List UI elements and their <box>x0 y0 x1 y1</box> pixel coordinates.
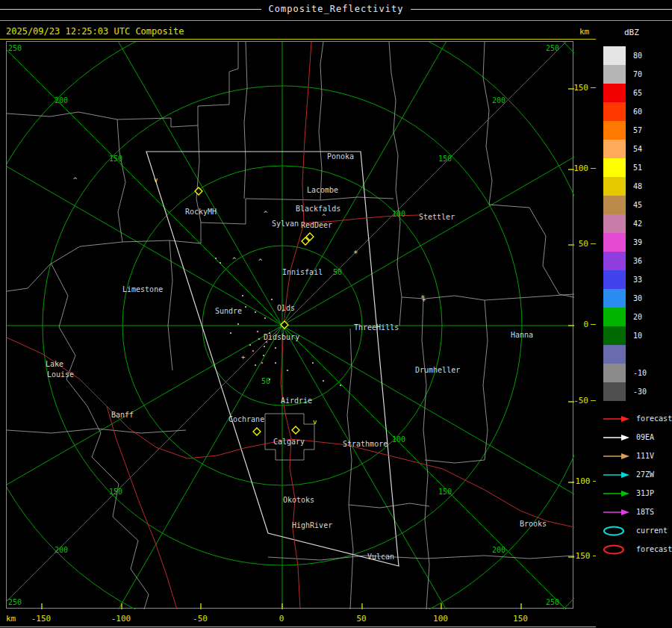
radial-line <box>7 42 282 326</box>
axis-value: -150 <box>570 551 591 561</box>
legend-arrow-icon <box>602 488 630 500</box>
legend-item: 111V <box>602 447 672 465</box>
bottom-axis-tick-label: 0 <box>265 614 298 624</box>
county-boundary-line <box>489 205 574 297</box>
right-axis-tick-label: 100 <box>570 164 596 173</box>
ring-distance-label: 250 <box>546 44 559 52</box>
echo-dot <box>263 355 264 356</box>
colorbar-row <box>603 345 647 364</box>
echo-dot <box>215 258 217 259</box>
colorbar-value: 51 <box>633 164 642 172</box>
axis-unit-top: km <box>579 27 589 37</box>
legend-label: forecast <box>636 414 672 423</box>
echo-dot <box>340 385 341 386</box>
city-label: Lake <box>46 360 63 368</box>
legend-ellipse-icon <box>602 525 630 537</box>
radar-map: 2502001502502001501502002501502002505050… <box>7 42 574 609</box>
colorbar-swatch <box>603 270 626 289</box>
echo-dot <box>249 344 251 346</box>
ring-distance-label: 100 <box>392 210 405 218</box>
title-separator <box>0 20 672 21</box>
colorbar-value: -10 <box>633 369 647 377</box>
echo-dot <box>242 295 243 296</box>
storm-arrow-marker: v <box>313 418 317 426</box>
echo-dot-weak <box>257 331 259 333</box>
county-boundary-line <box>7 429 186 433</box>
axis-tick-dash <box>591 324 596 325</box>
city-label: Vulcan <box>367 553 394 561</box>
axis-value: -100 <box>570 476 591 486</box>
ring-distance-label: 100 <box>392 435 405 444</box>
legend-arrow-icon <box>602 432 630 444</box>
ring-distance-label: 250 <box>8 598 22 606</box>
colorbar-value: 42 <box>633 220 642 228</box>
colorbar-value: 39 <box>633 238 642 246</box>
bottom-axis-tick-label: -150 <box>25 614 57 624</box>
echo-dot <box>323 380 324 382</box>
colorbar-swatch <box>603 65 626 84</box>
echo-dot <box>312 362 314 364</box>
county-boundary-line <box>402 294 574 300</box>
echo-dot <box>264 346 265 347</box>
colorbar-swatch <box>603 140 626 158</box>
highway-line <box>107 406 177 609</box>
ring-distance-label: 150 <box>438 155 452 163</box>
plus-marker: + <box>241 353 246 361</box>
echo-dot <box>220 262 221 264</box>
radar-app-window: Composite_Reflectivity 2025/09/23 12:25:… <box>0 0 672 628</box>
legend-item: 09EA <box>602 428 672 447</box>
axis-tick-dash <box>593 481 597 482</box>
legend-item: 27ZW <box>602 465 672 484</box>
colorbar-row: 65 <box>603 84 647 102</box>
radar-map-frame: 2502001502502001501502002501502002505050… <box>6 41 573 609</box>
colorbar-value: 45 <box>633 201 642 209</box>
colorbar-value: 10 <box>633 332 642 340</box>
city-label: Banff <box>111 411 134 419</box>
colorbar-value: 33 <box>633 276 642 284</box>
bottom-axis-tick-label: 100 <box>424 614 457 624</box>
county-boundary-line <box>265 414 314 460</box>
axis-value: 0 <box>583 320 588 329</box>
radial-line <box>7 42 282 326</box>
right-axis-tick-label: 150 <box>570 83 596 93</box>
colorbar-swatch <box>603 326 626 345</box>
echo-dot <box>287 370 288 371</box>
bottom-axis-tick-label: -100 <box>105 614 137 624</box>
colorbar-value: 54 <box>633 145 642 153</box>
axis-tick-dash <box>591 243 596 244</box>
city-label: HighRiver <box>292 521 332 529</box>
page-title: Composite_Reflectivity <box>269 4 404 14</box>
city-label: RedDeer <box>301 221 332 229</box>
ring-distance-label: 200 <box>492 96 505 105</box>
city-label: Hanna <box>511 331 533 339</box>
colorbar-row: 80 <box>603 46 647 65</box>
colorbar-row: 36 <box>603 252 647 270</box>
city-label: Airdrie <box>281 397 312 405</box>
legend-arrow-icon <box>602 413 630 425</box>
axis-tick-dash <box>591 87 596 88</box>
caret-marker: ^ <box>322 213 326 220</box>
right-axis-tick-label: -150 <box>570 551 596 561</box>
colorbar-value: -30 <box>633 388 647 396</box>
legend-label: forecast <box>636 545 672 553</box>
echo-dot <box>271 299 273 300</box>
ring-distance-label: 150 <box>438 488 452 496</box>
echo-dot <box>275 362 276 364</box>
colorbar-row: 60 <box>603 102 647 121</box>
county-boundary-line <box>52 264 149 609</box>
city-label: Stettler <box>419 213 455 221</box>
storm-arrow-marker: v <box>154 176 158 184</box>
city-label: Okotoks <box>283 496 314 504</box>
legend-label: 31JP <box>636 489 654 497</box>
colorbar-swatch <box>603 196 626 214</box>
legend-ellipse-icon <box>602 544 630 556</box>
colorbar-swatch <box>603 308 626 326</box>
echo-dot <box>269 379 270 380</box>
legend-label: current <box>636 526 668 535</box>
echo-dot-weak <box>261 362 264 364</box>
colorbar-value: 57 <box>633 126 642 134</box>
colorbar-row: 54 <box>603 140 647 158</box>
caret-marker: ^ <box>73 176 78 184</box>
colorbar-swatch <box>603 252 626 270</box>
county-boundary-line <box>268 556 574 560</box>
